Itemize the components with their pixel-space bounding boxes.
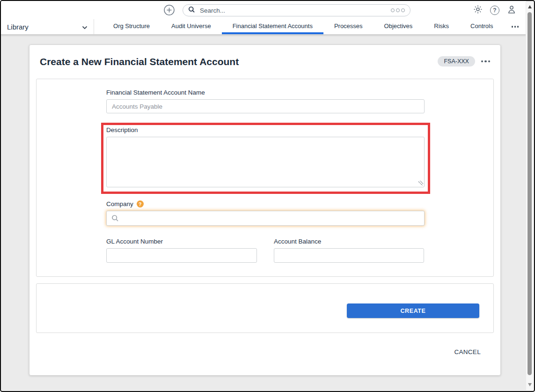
cancel-link[interactable]: CANCEL bbox=[454, 348, 481, 355]
search-input[interactable] bbox=[199, 7, 387, 15]
card-overflow-menu-icon[interactable] bbox=[481, 60, 490, 63]
action-section: CREATE bbox=[36, 283, 494, 333]
card-header-actions: FSA-XXX bbox=[438, 56, 490, 67]
chevron-down-icon bbox=[82, 23, 88, 31]
company-help-icon[interactable]: ? bbox=[137, 200, 144, 207]
account-name-field: Financial Statement Account Name bbox=[106, 79, 425, 113]
global-search bbox=[183, 4, 410, 16]
nav-tabs: Org Structure Audit Universe Financial S… bbox=[94, 19, 526, 34]
gl-account-label: GL Account Number bbox=[106, 238, 257, 245]
company-search-icon bbox=[111, 214, 119, 222]
gl-account-input[interactable] bbox=[106, 248, 257, 263]
account-balance-field: Account Balance bbox=[274, 238, 424, 263]
nav-more-icon[interactable] bbox=[504, 19, 527, 34]
annotation-highlight: Description bbox=[101, 123, 430, 194]
topbar-icon-group: ? bbox=[473, 1, 517, 19]
library-dropdown[interactable]: Library bbox=[1, 19, 94, 34]
form-section: Financial Statement Account Name Descrip… bbox=[36, 79, 494, 277]
search-overflow-icon[interactable] bbox=[391, 8, 405, 12]
tab-risks[interactable]: Risks bbox=[423, 19, 460, 34]
description-label: Description bbox=[106, 126, 425, 133]
scrollbar-thumb[interactable] bbox=[528, 12, 532, 375]
account-balance-input[interactable] bbox=[274, 248, 424, 263]
tab-objectives[interactable]: Objectives bbox=[374, 19, 424, 34]
tab-financial-statement-accounts[interactable]: Financial Statement Accounts bbox=[222, 19, 323, 34]
vertical-scrollbar[interactable] bbox=[526, 2, 533, 390]
company-label: Company bbox=[106, 200, 133, 207]
tab-org-structure[interactable]: Org Structure bbox=[103, 19, 161, 34]
help-icon[interactable]: ? bbox=[490, 6, 499, 15]
description-textarea[interactable] bbox=[106, 137, 425, 187]
company-search-input[interactable] bbox=[106, 211, 425, 226]
settings-gear-icon[interactable] bbox=[473, 4, 483, 16]
scroll-up-arrow-icon[interactable] bbox=[528, 5, 532, 8]
secondary-nav: Library Org Structure Audit Universe Fin… bbox=[1, 19, 526, 35]
top-bar: ? bbox=[1, 1, 526, 19]
library-label: Library bbox=[7, 23, 29, 31]
gl-account-field: GL Account Number bbox=[106, 238, 257, 263]
tab-processes[interactable]: Processes bbox=[323, 19, 374, 34]
scroll-down-arrow-icon[interactable] bbox=[528, 383, 532, 386]
tab-audit-universe[interactable]: Audit Universe bbox=[161, 19, 222, 34]
company-field: Company ? bbox=[106, 200, 425, 226]
account-name-input[interactable] bbox=[106, 99, 425, 113]
tab-controls[interactable]: Controls bbox=[460, 19, 504, 34]
user-profile-icon[interactable] bbox=[506, 4, 517, 16]
resize-grip-icon[interactable] bbox=[418, 181, 423, 185]
unique-id-badge: FSA-XXX bbox=[438, 56, 475, 67]
search-icon bbox=[188, 6, 195, 15]
create-button[interactable]: CREATE bbox=[347, 303, 479, 318]
add-icon[interactable] bbox=[164, 5, 175, 15]
account-name-label: Financial Statement Account Name bbox=[106, 89, 425, 96]
create-account-card: Create a New Financial Statement Account… bbox=[29, 44, 501, 376]
account-balance-label: Account Balance bbox=[274, 238, 424, 245]
page-title: Create a New Financial Statement Account bbox=[40, 56, 239, 67]
app-window: ? Library Org Structure Audit Universe F… bbox=[0, 0, 535, 392]
